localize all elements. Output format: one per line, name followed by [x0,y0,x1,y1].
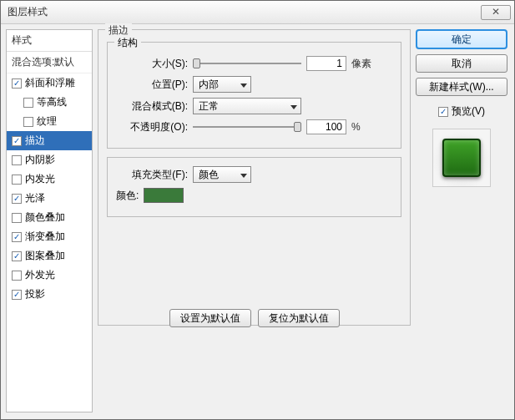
effect-label: 斜面和浮雕 [25,76,75,90]
titlebar[interactable]: 图层样式 ✕ [1,1,514,24]
preview-checkbox[interactable] [438,107,448,117]
fill-group: 填充类型(F): 颜色 颜色: [107,157,401,217]
effect-checkbox[interactable] [12,232,22,242]
window-title: 图层样式 [8,5,481,19]
effect-item[interactable]: 投影 [7,285,92,304]
fill-type-select[interactable]: 颜色 [193,166,251,183]
structure-group: 结构 大小(S): 像素 位置(P): 内部 [107,42,401,149]
effect-label: 内发光 [25,172,55,186]
styles-sidebar: 样式 混合选项:默认 斜面和浮雕等高线纹理描边内阴影内发光光泽颜色叠加渐变叠加图… [6,29,93,412]
color-swatch[interactable] [144,188,184,203]
effect-item[interactable]: 内发光 [7,170,92,189]
ok-button[interactable]: 确定 [416,29,507,49]
fill-type-value: 颜色 [199,168,219,182]
effect-checkbox[interactable] [12,136,22,146]
blend-mode-select[interactable]: 正常 [193,98,301,114]
preview-label: 预览(V) [452,104,485,119]
preview-tile [442,139,481,177]
opacity-label: 不透明度(O): [116,120,188,134]
size-unit: 像素 [351,57,371,71]
effect-label: 等高线 [37,95,67,109]
effect-checkbox[interactable] [23,117,33,127]
effect-item[interactable]: 等高线 [7,93,92,112]
effect-item[interactable]: 渐变叠加 [7,227,92,246]
chevron-down-icon [290,100,297,112]
effect-item[interactable]: 内阴影 [7,150,92,170]
effect-checkbox[interactable] [12,78,22,89]
effect-label: 外发光 [25,268,55,282]
set-default-button[interactable]: 设置为默认值 [169,309,251,327]
blend-mode-value: 正常 [199,99,219,114]
effect-checkbox[interactable] [12,194,22,204]
effect-item[interactable]: 外发光 [7,266,92,285]
close-button[interactable]: ✕ [481,5,511,20]
effect-item[interactable]: 纹理 [7,112,92,131]
effect-label: 投影 [25,287,45,301]
new-style-button[interactable]: 新建样式(W)... [416,78,507,96]
fill-type-label: 填充类型(F): [116,168,188,182]
structure-title: 结构 [114,36,141,50]
size-input[interactable] [306,56,346,71]
position-value: 内部 [199,78,219,92]
position-label: 位置(P): [116,78,188,92]
stroke-group: 描边 结构 大小(S): 像素 位置(P): 内部 [98,29,411,326]
close-icon: ✕ [492,6,500,18]
effect-label: 图案叠加 [25,249,65,263]
effect-label: 纹理 [37,114,57,129]
effect-item[interactable]: 光泽 [7,189,92,208]
cancel-button[interactable]: 取消 [416,54,507,73]
color-label: 颜色: [116,189,139,203]
effect-checkbox[interactable] [12,213,22,223]
layer-style-dialog: 图层样式 ✕ 样式 混合选项:默认 斜面和浮雕等高线纹理描边内阴影内发光光泽颜色… [0,0,515,420]
effect-checkbox[interactable] [12,155,22,165]
opacity-unit: % [351,121,361,133]
blend-mode-label: 混合模式(B): [116,99,188,114]
effect-item[interactable]: 图案叠加 [7,246,92,266]
effect-checkbox[interactable] [12,175,22,185]
effect-label: 渐变叠加 [25,230,65,244]
sidebar-header: 样式 [7,30,92,52]
size-label: 大小(S): [116,57,188,71]
preview-box [432,129,491,187]
chevron-down-icon [240,78,247,90]
effect-checkbox[interactable] [12,251,22,261]
size-slider[interactable] [193,58,301,69]
reset-default-button[interactable]: 复位为默认值 [258,309,340,327]
effect-item[interactable]: 斜面和浮雕 [7,73,92,93]
effect-item[interactable]: 颜色叠加 [7,208,92,227]
actions-column: 确定 取消 新建样式(W)... 预览(V) [416,29,507,412]
effect-label: 光泽 [25,191,45,205]
effect-checkbox[interactable] [12,290,22,300]
blend-options-item[interactable]: 混合选项:默认 [7,52,92,73]
effect-checkbox[interactable] [23,98,33,108]
opacity-slider[interactable] [193,121,301,133]
effect-label: 内阴影 [25,153,55,167]
chevron-down-icon [240,169,247,180]
effect-checkbox[interactable] [12,271,22,281]
opacity-input[interactable] [306,119,346,134]
effect-label: 颜色叠加 [25,210,65,225]
position-select[interactable]: 内部 [193,76,251,93]
effect-label: 描边 [25,134,45,148]
effect-item[interactable]: 描边 [7,131,92,150]
main-panel: 描边 结构 大小(S): 像素 位置(P): 内部 [98,29,411,412]
